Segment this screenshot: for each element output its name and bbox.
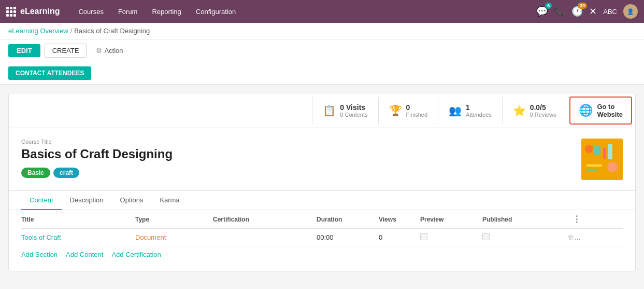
messages-badge: 6 <box>545 3 552 9</box>
globe-icon: 🌐 <box>579 104 593 117</box>
star-icon: ⭐ <box>513 104 526 117</box>
table-row: Tools of Craft Document 00:00 0 🗑 … <box>21 229 623 246</box>
menu-configuration[interactable]: Configuration <box>190 6 242 18</box>
svg-point-1 <box>585 145 593 153</box>
preview-checkbox[interactable] <box>420 233 427 240</box>
tab-karma[interactable]: Karma <box>151 191 188 210</box>
breadcrumb: eLearning Overview / Basics of Craft Des… <box>0 23 644 39</box>
course-info: Course Title Basics of Craft Designing B… <box>21 139 173 178</box>
visits-number: 0 Visits <box>340 103 367 112</box>
row-type[interactable]: Document <box>135 233 213 241</box>
row-published[interactable] <box>482 233 565 242</box>
svg-rect-6 <box>586 164 602 167</box>
stat-reviews[interactable]: ⭐ 0.0/5 0 Reviews <box>502 97 567 124</box>
course-tags: Basic craft <box>21 168 173 178</box>
tab-description[interactable]: Description <box>62 191 112 210</box>
row-title[interactable]: Tools of Craft <box>21 233 135 241</box>
menu-courses[interactable]: Courses <box>72 6 109 18</box>
website-label: Go toWebsite <box>597 103 623 118</box>
contact-attendees-button[interactable]: CONTACT ATTENDEES <box>8 66 91 80</box>
col-certification: Certification <box>213 216 317 223</box>
course-title: Basics of Craft Designing <box>21 147 173 161</box>
breadcrumb-parent[interactable]: eLearning Overview <box>8 27 68 35</box>
col-menu: ⋮ <box>565 214 581 224</box>
published-checkbox[interactable] <box>482 233 490 240</box>
row-duration: 00:00 <box>317 233 379 241</box>
top-menu: Courses Forum Reporting Configuration <box>72 6 536 18</box>
svg-rect-7 <box>586 169 597 171</box>
breadcrumb-current: Basics of Craft Designing <box>74 27 150 35</box>
col-preview: Preview <box>420 216 482 223</box>
topnav-right: 💬6 📞 🕐30 ✕ ABC 👤 <box>536 4 638 19</box>
tabs-bar: Content Description Options Karma <box>9 190 635 210</box>
stat-finished[interactable]: 🏆 0 Finished <box>378 97 438 124</box>
col-views: Views <box>379 216 420 223</box>
course-card: 📋 0 Visits 0 Contents 🏆 0 Finished 👥 1 A… <box>8 93 636 271</box>
trophy-icon: 🏆 <box>389 104 402 117</box>
more-icon[interactable]: … <box>574 233 581 241</box>
add-content-link[interactable]: Add Content <box>66 251 103 258</box>
finished-text: 0 Finished <box>406 103 428 118</box>
content-table: Title Type Certification Duration Views … <box>9 210 635 271</box>
stat-go-to-website[interactable]: 🌐 Go toWebsite <box>569 97 632 125</box>
finished-label: Finished <box>406 112 428 118</box>
create-button[interactable]: CREATE <box>45 44 87 58</box>
col-duration: Duration <box>317 216 379 223</box>
reviews-label: 0 Reviews <box>530 112 556 118</box>
col-title: Title <box>21 216 135 223</box>
stats-bar: 📋 0 Visits 0 Contents 🏆 0 Finished 👥 1 A… <box>9 93 635 128</box>
svg-rect-3 <box>603 148 606 159</box>
grid-icon <box>6 7 16 17</box>
svg-point-5 <box>607 162 618 172</box>
action-button[interactable]: ⚙ Action <box>91 44 128 57</box>
messages-icon[interactable]: 💬6 <box>536 6 548 17</box>
attendees-label: Attendees <box>466 112 492 118</box>
action-bar: EDIT CREATE ⚙ Action <box>0 39 644 62</box>
attendees-number: 1 <box>466 103 492 112</box>
activity-badge: 30 <box>578 3 587 9</box>
col-published: Published <box>482 216 565 223</box>
add-certification-link[interactable]: Add Certification <box>111 251 161 258</box>
user-avatar[interactable]: 👤 <box>623 4 638 19</box>
row-actions: 🗑 … <box>565 233 581 241</box>
close-icon[interactable]: ✕ <box>589 6 597 17</box>
table-footer-actions: Add Section Add Content Add Certificatio… <box>21 246 623 263</box>
contact-bar: CONTACT ATTENDEES <box>0 62 644 85</box>
action-label: Action <box>104 47 123 54</box>
svg-rect-4 <box>608 144 612 159</box>
stat-attendees[interactable]: 👥 1 Attendees <box>438 97 502 124</box>
row-views: 0 <box>379 233 420 241</box>
tag-craft[interactable]: craft <box>53 168 79 178</box>
add-section-link[interactable]: Add Section <box>21 251 58 258</box>
course-thumbnail[interactable] <box>581 139 623 180</box>
trash-icon[interactable]: 🗑 <box>567 233 574 241</box>
visits-icon: 📋 <box>323 104 336 117</box>
tag-basic[interactable]: Basic <box>21 168 50 178</box>
phone-icon[interactable]: 📞 <box>554 6 565 17</box>
table-options-icon[interactable]: ⋮ <box>573 214 581 224</box>
table-header: Title Type Certification Duration Views … <box>21 210 623 229</box>
app-name: eLearning <box>20 7 60 16</box>
edit-button[interactable]: EDIT <box>8 44 40 57</box>
activity-icon[interactable]: 🕐30 <box>571 6 583 17</box>
visits-text: 0 Visits 0 Contents <box>340 103 367 118</box>
user-initials[interactable]: ABC <box>603 8 617 16</box>
main-content: 📋 0 Visits 0 Contents 🏆 0 Finished 👥 1 A… <box>0 85 644 280</box>
thumbnail-image <box>581 139 623 180</box>
attendees-icon: 👥 <box>449 104 462 117</box>
reviews-number: 0.0/5 <box>530 103 556 112</box>
menu-reporting[interactable]: Reporting <box>146 6 187 18</box>
reviews-text: 0.0/5 0 Reviews <box>530 103 556 118</box>
tab-content[interactable]: Content <box>21 191 62 210</box>
gear-icon: ⚙ <box>96 47 102 54</box>
tab-options[interactable]: Options <box>112 191 152 210</box>
row-preview[interactable] <box>420 233 482 242</box>
course-title-label: Course Title <box>21 139 173 145</box>
app-logo[interactable]: eLearning <box>6 7 60 17</box>
breadcrumb-separator: / <box>70 27 73 35</box>
attendees-text: 1 Attendees <box>466 103 492 118</box>
menu-forum[interactable]: Forum <box>112 6 144 18</box>
visits-label: 0 Contents <box>340 112 367 118</box>
svg-rect-2 <box>594 146 600 155</box>
stat-visits[interactable]: 📋 0 Visits 0 Contents <box>312 97 378 124</box>
